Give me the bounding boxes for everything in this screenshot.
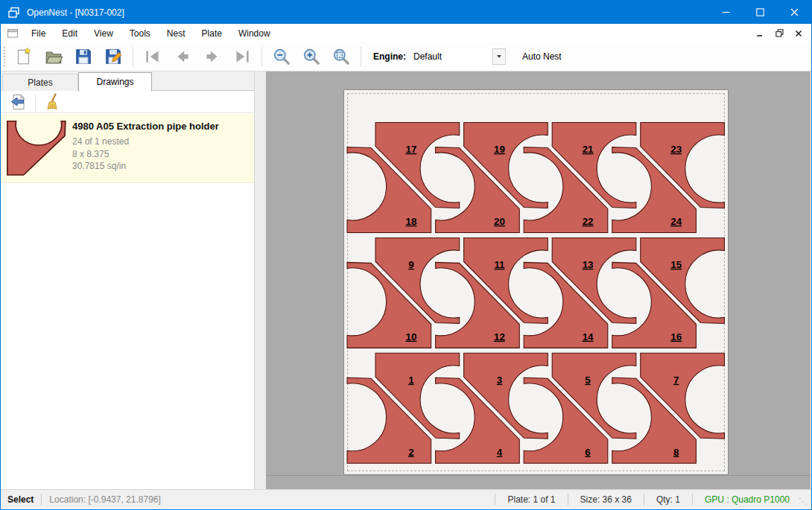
toolbar-separator <box>35 94 36 110</box>
left-panel: Plates Drawings <box>1 71 255 489</box>
mdi-minimize-button[interactable] <box>752 26 768 41</box>
engine-dropdown-arrow-icon[interactable] <box>492 48 506 65</box>
panel-splitter[interactable] <box>255 71 266 489</box>
save-as-button[interactable] <box>101 45 125 68</box>
maximize-icon <box>756 8 764 16</box>
save-as-icon <box>104 47 123 66</box>
nest-canvas[interactable]: 171819202122232491011121314151612345678 <box>266 71 811 489</box>
toolbar-separator <box>133 47 133 66</box>
first-arrow-icon <box>143 47 162 66</box>
menu-item-window[interactable]: Window <box>230 25 279 42</box>
document-window-icon[interactable] <box>7 28 19 39</box>
menu-bar: FileEditViewToolsNestPlateWindow <box>1 24 811 43</box>
save-icon <box>74 47 93 66</box>
menu-item-file[interactable]: File <box>23 25 54 42</box>
part-number-label: 6 <box>585 447 590 458</box>
status-separator <box>644 494 644 506</box>
part-number-label: 18 <box>405 216 416 227</box>
previous-plate-button[interactable] <box>171 45 194 68</box>
part-number-label: 1 <box>408 374 414 386</box>
tab-strip: Plates Drawings <box>1 71 254 91</box>
part-number-label: 21 <box>583 144 594 155</box>
main-toolbar: Engine: Default Auto Nest <box>1 42 811 71</box>
close-button[interactable] <box>777 1 811 24</box>
mdi-close-icon <box>795 30 802 37</box>
clear-drawings-button[interactable] <box>42 92 64 112</box>
auto-nest-button[interactable]: Auto Nest <box>516 48 568 66</box>
minimize-button[interactable] <box>708 1 743 24</box>
part-number-label: 12 <box>494 331 505 342</box>
close-icon <box>790 8 799 16</box>
send-to-plates-button[interactable] <box>7 92 29 112</box>
status-gpu: GPU : Quadro P1000 <box>700 494 794 505</box>
zoom-out-icon <box>272 47 291 66</box>
part-thumbnail <box>1 114 72 182</box>
minimize-icon <box>722 8 730 16</box>
part-number-label: 13 <box>583 259 594 270</box>
part-number-label: 17 <box>405 144 416 155</box>
new-button[interactable] <box>12 45 36 68</box>
drawing-list-item[interactable]: 4980 A05 Extraction pipe holder 24 of 1 … <box>1 114 254 183</box>
status-plate-size: Size: 36 x 36 <box>576 494 636 505</box>
part-number-label: 7 <box>673 374 679 386</box>
mdi-minimize-icon <box>756 30 764 37</box>
zoom-in-icon <box>302 47 321 66</box>
status-location: Location: [-0.9437, 21.8796] <box>49 494 160 505</box>
mdi-restore-icon <box>775 29 784 37</box>
part-number-label: 23 <box>670 144 682 155</box>
part-number-label: 5 <box>585 374 591 386</box>
save-button[interactable] <box>72 45 95 68</box>
broom-icon <box>44 93 62 111</box>
status-separator <box>41 494 42 506</box>
tab-plates[interactable]: Plates <box>2 74 78 91</box>
part-number-label: 19 <box>494 144 505 155</box>
nested-parts-layout[interactable]: 171819202122232491011121314151612345678 <box>347 93 725 471</box>
toolbar-grip[interactable] <box>4 47 9 66</box>
drawing-nested-count: 24 of 1 nested <box>72 136 254 148</box>
drawings-toolbar <box>1 91 254 113</box>
app-icon <box>7 7 21 19</box>
zoom-extents-button[interactable] <box>329 45 353 68</box>
part-number-label: 8 <box>673 447 679 458</box>
page-back-arrow-icon <box>9 93 27 111</box>
maximize-button[interactable] <box>743 1 777 24</box>
last-arrow-icon <box>232 47 252 66</box>
zoom-extents-icon <box>332 47 351 66</box>
title-bar[interactable]: OpenNest - [N0317-002] <box>1 1 811 24</box>
menu-item-view[interactable]: View <box>86 25 121 42</box>
menu-item-plate[interactable]: Plate <box>194 25 230 42</box>
menu-item-nest[interactable]: Nest <box>159 25 194 42</box>
zoom-in-button[interactable] <box>299 45 323 68</box>
last-plate-button[interactable] <box>230 45 254 68</box>
part-number-label: 16 <box>670 331 682 342</box>
new-document-icon <box>14 47 34 66</box>
zoom-out-button[interactable] <box>270 45 294 68</box>
status-bar: Select Location: [-0.9437, 21.8796] Plat… <box>1 489 811 509</box>
next-plate-button[interactable] <box>200 45 224 68</box>
open-button[interactable] <box>42 45 66 68</box>
part-number-label: 11 <box>494 259 505 270</box>
status-separator <box>568 494 568 506</box>
drawing-area: 30.7815 sq/in <box>72 160 254 173</box>
window-title: OpenNest - [N0317-002] <box>27 7 124 18</box>
first-plate-button[interactable] <box>141 45 165 68</box>
drawing-title: 4980 A05 Extraction pipe holder <box>72 121 254 132</box>
engine-select[interactable]: Default <box>410 48 506 65</box>
previous-arrow-icon <box>173 47 192 66</box>
part-number-label: 10 <box>405 331 416 342</box>
part-number-label: 14 <box>583 331 594 342</box>
engine-selected-value: Default <box>410 51 492 62</box>
mdi-close-button[interactable] <box>790 26 807 41</box>
mdi-restore-button[interactable] <box>771 26 787 41</box>
menu-item-edit[interactable]: Edit <box>54 25 86 42</box>
status-qty: Qty: 1 <box>652 494 685 505</box>
part-number-label: 22 <box>583 216 594 227</box>
status-mode: Select <box>7 494 34 505</box>
resize-grip[interactable]: ⋱ <box>799 497 809 507</box>
tab-drawings[interactable]: Drawings <box>78 72 152 92</box>
plate-sheet[interactable]: 171819202122232491011121314151612345678 <box>343 89 729 475</box>
part-number-label: 4 <box>497 447 503 458</box>
menu-item-tools[interactable]: Tools <box>121 25 159 42</box>
toolbar-separator <box>261 47 262 66</box>
next-arrow-icon <box>203 47 222 66</box>
